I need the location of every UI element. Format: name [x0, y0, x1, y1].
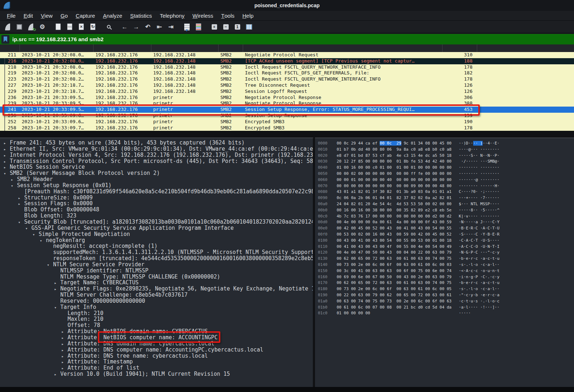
- detail-row[interactable]: ▸Transmission Control Protocol, Src Port…: [0, 158, 313, 164]
- restart-capture-button[interactable]: ↻: [25, 21, 36, 32]
- menu-file[interactable]: File: [3, 11, 20, 20]
- detail-row[interactable]: ▾Target Info: [0, 304, 313, 310]
- packet-row[interactable]: 241 2023-10-21 20:33:09.5… 192.168.232.1…: [0, 107, 574, 113]
- hex-row[interactable]: 0130 00 62 00 65 00 72 00 63 00 61 00 63…: [315, 256, 574, 262]
- hex-row[interactable]: 0150 00 3c 00 41 00 63 00 63 00 6f 00 75…: [315, 268, 574, 274]
- resize-columns-button[interactable]: [243, 21, 254, 32]
- hex-row[interactable]: 0110 00 41 00 43 00 43 00 4f 00 55 00 4e…: [315, 244, 574, 250]
- menu-analyze[interactable]: Analyze: [99, 11, 126, 20]
- filter-bookmark-button[interactable]: [1, 35, 9, 44]
- detail-row[interactable]: ▾negTokenTarg: [0, 237, 313, 244]
- detail-row[interactable]: Length: 210: [0, 310, 313, 316]
- column-header[interactable]: [442, 44, 477, 52]
- menu-go[interactable]: Go: [57, 11, 72, 20]
- menu-help[interactable]: Help: [238, 11, 258, 20]
- menu-tools[interactable]: Tools: [217, 11, 238, 20]
- menu-view[interactable]: View: [37, 11, 57, 20]
- column-header[interactable]: [20, 44, 93, 52]
- menu-capture[interactable]: Capture: [72, 11, 99, 20]
- detail-row[interactable]: ▸Attribute: End of list: [0, 365, 313, 371]
- hex-row[interactable]: 0080 43 01 a1 82 01 3f 30 82 01 3b a0 03…: [315, 189, 574, 195]
- hex-row[interactable]: 0070 00 00 00 00 00 00 00 00 00 00 09 00…: [315, 183, 574, 189]
- close-file-button[interactable]: ×: [76, 21, 87, 32]
- hex-row[interactable]: 00c0 4b 7c 03 76 17 00 00 00 00 00 00 00…: [315, 214, 574, 220]
- hex-row[interactable]: 0030 20 12 2f 85 00 00 00 00 01 8b fe 53…: [315, 159, 574, 165]
- detail-row[interactable]: ▸Attribute: DNS domain name: cybercactus…: [0, 341, 313, 347]
- hex-row[interactable]: 0180 00 73 00 2e 00 6c 00 6f 00 63 00 61…: [315, 286, 574, 292]
- colorize-button[interactable]: [193, 21, 204, 32]
- zoom-in-button[interactable]: +: [209, 21, 220, 32]
- detail-row[interactable]: ▸Attribute: DNS tree name: cybercactus.l…: [0, 353, 313, 359]
- column-header[interactable]: [243, 44, 442, 52]
- detail-row[interactable]: NTLM Server Challenge: c8eb5e4b7c037617: [0, 292, 313, 298]
- detail-row[interactable]: supportedMech: 1.3.6.1.4.1.311.2.2.10 (N…: [0, 249, 313, 255]
- detail-row[interactable]: Offset: 78: [0, 322, 313, 328]
- hex-row[interactable]: 00b0 00 16 00 16 00 38 00 00 00 35 82 89…: [315, 207, 574, 214]
- hex-row[interactable]: 0190 00 22 00 63 00 79 00 62 00 65 00 72…: [315, 292, 574, 298]
- packet-row[interactable]: 252 2023-10-21 20:33:09.6… 192.168.232.1…: [0, 119, 574, 125]
- go-forward-button[interactable]: →: [131, 21, 142, 32]
- last-packet-button[interactable]: ⇥: [165, 21, 176, 32]
- detail-row[interactable]: responseToken [truncated]: 4e544c4d53535…: [0, 255, 313, 262]
- zoom-100-button[interactable]: 1: [232, 21, 243, 32]
- find-packet-button[interactable]: [103, 21, 114, 32]
- hex-row[interactable]: 0010 01 b7 0b dd 40 00 80 06 9a 8a c0 a8…: [315, 147, 574, 153]
- detail-row[interactable]: ▸Attribute: NetBIOS computer name: ACCOU…: [0, 335, 313, 341]
- menu-edit[interactable]: Edit: [20, 11, 37, 20]
- packet-row[interactable]: 229 2023-10-21 20:32:18.7… 192.168.232.1…: [0, 89, 574, 95]
- zoom-out-button[interactable]: −: [220, 21, 231, 32]
- detail-row[interactable]: Maxlen: 210: [0, 316, 313, 322]
- packet-row[interactable]: 258 2023-10-21 20:33:09.7… 192.168.232.1…: [0, 125, 574, 131]
- menu-statistics[interactable]: Statistics: [126, 11, 156, 20]
- hex-row[interactable]: 0170 00 62 00 65 00 72 00 63 00 61 00 63…: [315, 280, 574, 286]
- detail-row[interactable]: ▾Security Blob [truncated]: a182013f3082…: [0, 219, 313, 225]
- detail-row[interactable]: negResult: accept-incomplete (1): [0, 243, 313, 249]
- detail-row[interactable]: ▸Negotiate Flags: 0xe2898235, Negotiate …: [0, 286, 313, 292]
- hex-row[interactable]: 0050 00 00 02 00 00 00 00 00 00 00 ff fe…: [315, 171, 574, 177]
- packet-row[interactable]: 223 2023-10-21 20:32:08.2… 192.168.232.1…: [0, 76, 574, 82]
- go-to-packet-button[interactable]: ↶: [142, 21, 153, 32]
- detail-row[interactable]: ▾SMB2 (Server Message Block Protocol ver…: [0, 170, 313, 176]
- stop-capture-button[interactable]: [14, 21, 25, 32]
- detail-row[interactable]: ▸Session Flags: 0x0000: [0, 201, 313, 207]
- detail-row[interactable]: ▾GSS-API Generic Security Service Applic…: [0, 225, 313, 231]
- detail-row[interactable]: ▾Simple Protected Negotiation: [0, 231, 313, 237]
- detail-row[interactable]: ▸Attribute: NetBIOS domain name: CYBERCA…: [0, 328, 313, 335]
- hex-row[interactable]: 00a0 24 04 82 01 20 4e 54 4c 4d 53 53 50…: [315, 201, 574, 207]
- detail-row[interactable]: ▸Internet Protocol Version 4, Src: 192.1…: [0, 152, 313, 158]
- capture-options-button[interactable]: ⚙: [37, 21, 48, 32]
- detail-row[interactable]: Reserved: 0000000000000000: [0, 298, 313, 304]
- column-header[interactable]: [93, 44, 151, 52]
- packet-row[interactable]: 236 2023-10-21 20:33:09.5… 192.168.232.1…: [0, 95, 574, 101]
- detail-row[interactable]: ▸Attribute: DNS computer name: Accountin…: [0, 347, 313, 353]
- hex-row[interactable]: 00f0 00 53 00 02 00 16 00 43 00 59 00 42…: [315, 232, 574, 238]
- detail-row[interactable]: ▸Frame 241: 453 bytes on wire (3624 bits…: [0, 140, 313, 146]
- packet-row[interactable]: 218 2023-10-21 20:32:08.0… 192.168.232.1…: [0, 64, 574, 70]
- hex-row[interactable]: 0040 01 00 16 00 00 c0 01 00 01 00 01 00…: [315, 165, 574, 171]
- packet-row[interactable]: 250 2023-10-21 20:33:09.6… 192.168.232.1…: [0, 113, 574, 119]
- hex-row[interactable]: 01c0 01 00 00 00 00 ·····: [315, 310, 574, 316]
- column-header[interactable]: [0, 44, 20, 52]
- display-filter-input[interactable]: ip.src == 192.168.232.176 and smb2: [12, 36, 104, 42]
- detail-row[interactable]: ▾Session Setup Response (0x01): [0, 182, 313, 189]
- hex-row[interactable]: 0000 00 0c 29 44 ca ef 00 0c 29 9c 01 34…: [315, 141, 574, 147]
- hex-row[interactable]: 0060 00 00 01 00 00 00 00 40 00 00 00 00…: [315, 177, 574, 183]
- column-header[interactable]: [477, 44, 574, 52]
- detail-row[interactable]: NTLM Message Type: NTLMSSP_CHALLENGE (0x…: [0, 274, 313, 280]
- hex-row[interactable]: 0020 e8 d7 01 bd 87 53 cf ab 4e c3 15 4e…: [315, 153, 574, 159]
- packet-row[interactable]: 239 2023-10-21 20:33:09.5… 192.168.232.1…: [0, 100, 574, 107]
- packet-row[interactable]: 211 2023-10-21 20:32:08.0… 192.168.232.1…: [0, 52, 574, 58]
- detail-row[interactable]: ▸Target Name: CYBERCACTUS: [0, 280, 313, 286]
- hex-row[interactable]: 01b0 00 61 00 6c 00 07 00 08 00 21 bc d0…: [315, 305, 574, 311]
- detail-row[interactable]: ▸Version 10.0 (Build 19041); NTLM Curren…: [0, 371, 313, 377]
- hex-row[interactable]: 00d0 00 4e 00 00 00 0a 00 61 4a 00 00 00…: [315, 219, 574, 225]
- open-file-button[interactable]: [53, 21, 64, 32]
- hex-row[interactable]: 0090 0c 06 0a 2b 06 01 04 01 82 37 02 02…: [315, 195, 574, 201]
- hex-row[interactable]: 0160 00 69 00 6e 00 67 00 50 00 43 00 2e…: [315, 274, 574, 280]
- detail-row[interactable]: ▸NetBIOS Session Service: [0, 164, 313, 170]
- detail-row[interactable]: Blob Offset: 0x00000048: [0, 207, 313, 213]
- detail-row[interactable]: ▸SMB2 Header: [0, 176, 313, 182]
- menu-telephony[interactable]: Telephony: [156, 11, 188, 20]
- go-back-button[interactable]: ←: [119, 21, 130, 32]
- detail-row[interactable]: ▸StructureSize: 0x0009: [0, 195, 313, 201]
